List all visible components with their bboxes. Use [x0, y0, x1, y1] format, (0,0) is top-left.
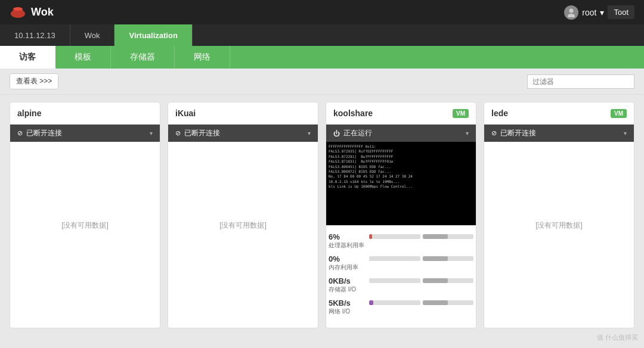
cpu-bar-fill2 [423, 234, 448, 239]
storage-bar-fill2 [423, 278, 448, 283]
vm-status-bar-lede[interactable]: ⊘ 已断开连接 ▾ [484, 125, 634, 142]
no-data-lede: [没有可用数据] [535, 220, 583, 231]
disconnected-icon-ikuai: ⊘ [175, 129, 181, 137]
vm-grid: alpine ⊘ 已断开连接 ▾ [没有可用数据] iKuai ⊘ 已断开 [10, 102, 634, 328]
cpu-stat-row: 6% 处理器利用率 [329, 232, 473, 250]
vm-name-alpine: alpine [17, 108, 41, 118]
mem-stat-row: 0% 内存利用率 [329, 254, 473, 272]
network-bar-fill2 [423, 300, 448, 305]
wok-logo-icon [10, 4, 26, 21]
cpu-label: 处理器利用率 [329, 241, 364, 250]
vm-name-ikuai: iKuai [175, 108, 196, 118]
toot-button[interactable]: Toot [608, 5, 634, 19]
status-label-koolshare: 正在运行 [343, 128, 372, 138]
mem-bar-track [369, 256, 420, 261]
network-bar-track [369, 300, 420, 305]
top-bar: Wok root ▾ Toot [0, 0, 644, 24]
cpu-value: 6% [329, 232, 364, 241]
sub-tab-storage[interactable]: 存储器 [111, 46, 175, 69]
sub-tab-guests[interactable]: 访客 [0, 46, 55, 69]
vm-card-lede: lede VM ⊘ 已断开连接 ▾ [没有可用数据] [484, 102, 634, 328]
vm-stats-koolshare: 6% 处理器利用率 0% 内存利用率 [326, 232, 476, 316]
cpu-bar-track2 [423, 234, 474, 239]
host-tab-virtualization[interactable]: Virtualization [114, 24, 192, 46]
vm-body-alpine: [没有可用数据] [10, 142, 160, 309]
user-avatar-icon [564, 5, 578, 20]
svg-point-3 [569, 8, 574, 13]
chevron-down-icon-lede: ▾ [624, 130, 627, 136]
vm-card-header-koolshare: koolshare VM [326, 102, 476, 125]
storage-label: 存储器 I/O [329, 285, 364, 294]
cpu-bar-fill [369, 234, 372, 239]
no-data-ikuai: [没有可用数据] [219, 220, 267, 231]
toolbar-left: 查看表 >>> [10, 73, 58, 89]
vm-card-header-lede: lede VM [484, 102, 634, 125]
watermark: 值 什么值得买 [597, 333, 638, 342]
toolbar: 查看表 >>> [0, 69, 644, 95]
chevron-down-icon-ikuai: ▾ [308, 130, 311, 136]
vm-name-lede: lede [491, 108, 508, 118]
vm-card-header-ikuai: iKuai [168, 102, 318, 125]
vm-status-bar-koolshare[interactable]: ⏻ 正在运行 ▾ [326, 125, 476, 142]
main-content: alpine ⊘ 已断开连接 ▾ [没有可用数据] iKuai ⊘ 已断开 [0, 95, 644, 348]
mem-bar-fill2 [423, 256, 448, 261]
vm-card-alpine: alpine ⊘ 已断开连接 ▾ [没有可用数据] [10, 102, 160, 328]
network-bar-track2 [423, 300, 474, 305]
app-title: Wok [31, 6, 54, 18]
storage-value: 0KB/s [329, 276, 364, 285]
no-data-alpine: [没有可用数据] [61, 220, 109, 231]
user-area: root ▾ Toot [564, 5, 634, 20]
status-label-alpine: 已断开连接 [26, 128, 62, 138]
status-label-ikuai: 已断开连接 [184, 128, 220, 138]
terminal-content: FFFFFFFFFFFFFFFF 0x11: FALS3.072935] Ruf… [326, 142, 476, 192]
vm-body-ikuai: [没有可用数据] [168, 142, 318, 309]
vm-type-badge-lede: VM [611, 109, 627, 118]
sub-tabs-bar: 访客 模板 存储器 网络 [0, 46, 644, 69]
view-table-button[interactable]: 查看表 >>> [10, 73, 58, 89]
status-label-lede: 已断开连接 [500, 128, 536, 138]
mem-bar-track2 [423, 256, 474, 261]
storage-stat-row: 0KB/s 存储器 I/O [329, 276, 473, 294]
vm-status-bar-alpine[interactable]: ⊘ 已断开连接 ▾ [10, 125, 160, 142]
vm-type-badge-koolshare: VM [453, 109, 469, 118]
network-stat-row: 5KB/s 网络 I/O [329, 299, 473, 316]
sub-tab-templates[interactable]: 模板 [55, 46, 111, 69]
sub-tab-network[interactable]: 网络 [175, 46, 230, 69]
mem-value: 0% [329, 254, 364, 263]
disconnected-icon-lede: ⊘ [491, 129, 497, 137]
storage-bar-track2 [423, 278, 474, 283]
mem-label: 内存利用率 [329, 263, 364, 272]
chevron-down-icon-koolshare: ▾ [466, 130, 469, 136]
vm-body-lede: [没有可用数据] [484, 142, 634, 309]
vm-card-koolshare: koolshare VM ⏻ 正在运行 ▾ FFFFFFFFFFFFFFFF 0… [326, 102, 476, 328]
user-name-label: root [582, 8, 596, 17]
vm-terminal-screen: FFFFFFFFFFFFFFFF 0x11: FALS3.072935] Ruf… [326, 142, 476, 225]
host-tab-wok[interactable]: Wok [70, 24, 115, 46]
vm-card-ikuai: iKuai ⊘ 已断开连接 ▾ [没有可用数据] [168, 102, 318, 328]
filter-input[interactable] [527, 74, 634, 89]
storage-bar-track [369, 278, 420, 283]
vm-card-header-alpine: alpine [10, 102, 160, 125]
svg-point-2 [13, 7, 23, 11]
cpu-bar-track [369, 234, 420, 239]
vm-status-bar-ikuai[interactable]: ⊘ 已断开连接 ▾ [168, 125, 318, 142]
logo-area: Wok [10, 4, 54, 21]
host-tab-ip[interactable]: 10.11.12.13 [0, 24, 70, 46]
vm-name-koolshare: koolshare [333, 108, 373, 118]
svg-point-4 [568, 14, 575, 17]
running-icon-koolshare: ⏻ [333, 130, 340, 137]
host-tabs-bar: 10.11.12.13 Wok Virtualization [0, 24, 644, 46]
network-bar-fill [369, 300, 373, 305]
network-value: 5KB/s [329, 299, 364, 307]
filter-area [527, 74, 634, 89]
disconnected-icon-alpine: ⊘ [17, 129, 23, 137]
chevron-down-icon-alpine: ▾ [150, 130, 153, 136]
network-label: 网络 I/O [329, 307, 364, 316]
chevron-icon: ▾ [600, 8, 604, 17]
